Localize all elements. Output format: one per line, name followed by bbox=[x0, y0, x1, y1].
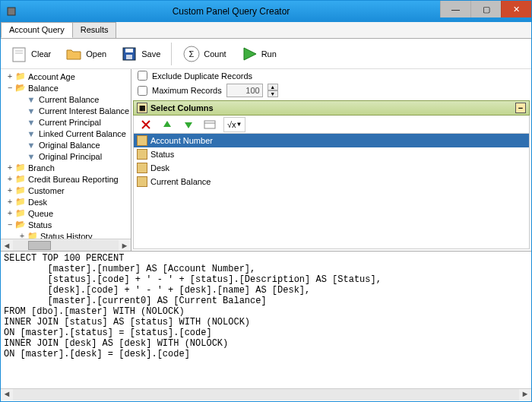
tab-results[interactable]: Results bbox=[72, 22, 117, 38]
funnel-icon: ▼ bbox=[25, 151, 37, 162]
scroll-right-icon[interactable]: ► bbox=[519, 389, 531, 400]
formula-button[interactable]: √x ▼ bbox=[223, 117, 245, 132]
tree-node[interactable]: Customer bbox=[28, 186, 65, 195]
columns-toolbar: √x ▼ bbox=[133, 116, 530, 134]
spin-down-icon[interactable]: ▼ bbox=[268, 90, 278, 97]
svg-rect-5 bbox=[125, 49, 133, 52]
expand-icon[interactable]: + bbox=[5, 198, 14, 206]
save-icon bbox=[120, 45, 138, 63]
folder-icon: 📁 bbox=[14, 71, 27, 82]
tab-strip: Account Query Results bbox=[1, 22, 531, 39]
svg-marker-12 bbox=[163, 121, 171, 127]
save-button[interactable]: Save bbox=[117, 43, 163, 65]
main-area: +📁Account Age −📂Balance ▼Current Balance… bbox=[1, 69, 531, 252]
exclude-duplicates-checkbox[interactable] bbox=[138, 71, 147, 81]
tree-node[interactable]: Desk bbox=[28, 198, 47, 207]
column-row[interactable]: Current Balance bbox=[134, 175, 529, 188]
funnel-icon: ▼ bbox=[25, 128, 37, 139]
column-label: Status bbox=[150, 150, 174, 159]
max-records-label: Maximum Records bbox=[152, 86, 222, 95]
tree-node[interactable]: Queue bbox=[28, 209, 53, 218]
tree-leaf[interactable]: Current Principal bbox=[39, 118, 101, 127]
scroll-thumb[interactable] bbox=[28, 241, 51, 250]
delete-column-button[interactable] bbox=[138, 117, 154, 132]
svg-rect-1 bbox=[13, 48, 25, 62]
column-row[interactable]: Desk bbox=[134, 161, 529, 175]
sql-pane: ◄ ► bbox=[1, 252, 531, 400]
folder-icon: 📁 bbox=[14, 208, 27, 219]
maximize-button[interactable]: ▢ bbox=[470, 1, 501, 17]
open-button[interactable]: Open bbox=[62, 43, 109, 65]
columns-list[interactable]: Account Number Status Desk Current Balan… bbox=[133, 134, 530, 249]
scroll-left-icon[interactable]: ◄ bbox=[1, 389, 13, 400]
tree-leaf[interactable]: Current Interest Balance bbox=[39, 106, 129, 116]
funnel-icon: ▼ bbox=[25, 106, 37, 116]
folder-icon: 📁 bbox=[27, 231, 39, 239]
column-label: Account Number bbox=[150, 136, 213, 145]
spin-up-icon[interactable]: ▲ bbox=[268, 84, 278, 90]
sql-editor[interactable] bbox=[1, 252, 531, 388]
expand-icon[interactable]: + bbox=[5, 175, 14, 183]
tree-leaf[interactable]: Current Balance bbox=[39, 95, 100, 104]
max-records-spinner[interactable]: ▲▼ bbox=[268, 84, 278, 97]
tree-node[interactable]: Account Age bbox=[28, 72, 75, 81]
tab-account-query[interactable]: Account Query bbox=[1, 22, 73, 38]
tree-node[interactable]: Credit Bureau Reporting bbox=[28, 175, 119, 184]
separator bbox=[171, 43, 172, 65]
move-up-button[interactable] bbox=[160, 117, 175, 132]
expand-icon[interactable]: + bbox=[5, 72, 14, 81]
folder-open-icon: 📂 bbox=[14, 220, 27, 230]
max-records-input[interactable] bbox=[226, 84, 263, 97]
collapse-panel-button[interactable]: − bbox=[515, 103, 526, 113]
collapse-icon[interactable]: − bbox=[5, 84, 14, 92]
expand-icon[interactable]: + bbox=[17, 232, 27, 239]
expand-icon[interactable]: + bbox=[5, 209, 14, 217]
svg-rect-6 bbox=[126, 55, 132, 59]
column-row[interactable]: Status bbox=[134, 147, 529, 161]
open-icon bbox=[65, 45, 83, 63]
expand-icon[interactable]: + bbox=[5, 186, 14, 195]
titlebar: Custom Panel Query Creator — ▢ ✕ bbox=[1, 1, 531, 22]
expand-icon[interactable]: + bbox=[5, 163, 14, 172]
funnel-icon: ▼ bbox=[25, 117, 37, 128]
tree-node[interactable]: Status History bbox=[40, 232, 92, 239]
move-down-button[interactable] bbox=[181, 117, 196, 132]
svg-marker-9 bbox=[244, 48, 256, 60]
svg-text:Σ: Σ bbox=[189, 49, 195, 59]
run-button[interactable]: Run bbox=[237, 43, 280, 65]
tree-node[interactable]: Balance bbox=[28, 84, 59, 93]
count-button[interactable]: Σ Count bbox=[179, 43, 229, 65]
column-icon bbox=[137, 163, 147, 173]
column-icon bbox=[137, 176, 147, 187]
folder-icon: 📁 bbox=[14, 174, 27, 185]
toolbar: Clear Open Save Σ Count Run bbox=[1, 39, 531, 69]
svg-rect-0 bbox=[8, 8, 15, 15]
tree-leaf[interactable]: Linked Current Balance bbox=[39, 129, 126, 138]
close-button[interactable]: ✕ bbox=[501, 1, 531, 17]
column-row[interactable]: Account Number bbox=[134, 134, 529, 147]
sql-scrollbar[interactable]: ◄ ► bbox=[1, 388, 531, 400]
minimize-button[interactable]: — bbox=[440, 1, 470, 17]
tree-node[interactable]: Branch bbox=[28, 163, 55, 173]
save-label: Save bbox=[141, 49, 160, 59]
count-label: Count bbox=[204, 49, 226, 59]
tree-node[interactable]: Status bbox=[28, 220, 52, 229]
scroll-track[interactable] bbox=[13, 389, 519, 400]
scroll-left-icon[interactable]: ◄ bbox=[1, 241, 13, 250]
funnel-icon: ▼ bbox=[25, 94, 37, 105]
scroll-right-icon[interactable]: ► bbox=[119, 241, 131, 250]
collapse-icon[interactable]: − bbox=[5, 220, 14, 229]
sigma-icon: Σ bbox=[182, 45, 201, 63]
max-records-checkbox[interactable] bbox=[138, 86, 147, 96]
svg-marker-13 bbox=[185, 122, 192, 128]
field-tree[interactable]: +📁Account Age −📂Balance ▼Current Balance… bbox=[1, 69, 131, 239]
tree-scrollbar[interactable]: ◄ ► bbox=[1, 239, 131, 251]
scroll-track[interactable] bbox=[13, 240, 119, 251]
clear-button[interactable]: Clear bbox=[7, 43, 54, 65]
properties-button[interactable] bbox=[202, 117, 217, 132]
tree-leaf[interactable]: Original Balance bbox=[39, 141, 100, 150]
folder-icon: 📁 bbox=[14, 185, 27, 196]
folder-icon: 📁 bbox=[14, 197, 27, 207]
formula-label: √x bbox=[227, 120, 236, 129]
tree-leaf[interactable]: Original Principal bbox=[39, 152, 102, 161]
